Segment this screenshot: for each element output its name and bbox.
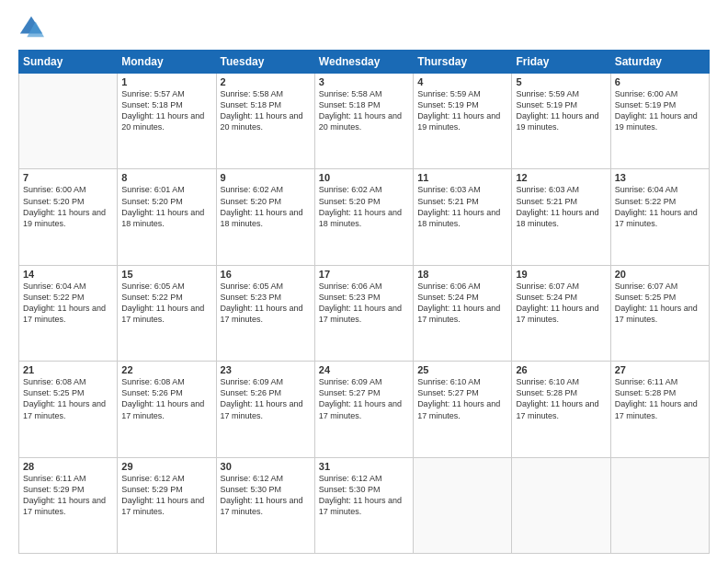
cell-info: Sunrise: 6:12 AM Sunset: 5:30 PM Dayligh… xyxy=(221,473,311,518)
calendar-week-row: 7Sunrise: 6:00 AM Sunset: 5:20 PM Daylig… xyxy=(19,169,710,265)
cell-info: Sunrise: 6:02 AM Sunset: 5:20 PM Dayligh… xyxy=(221,184,311,229)
day-number: 21 xyxy=(23,364,113,375)
calendar-cell: 31Sunrise: 6:12 AM Sunset: 5:30 PM Dayli… xyxy=(314,457,413,553)
cell-info: Sunrise: 6:05 AM Sunset: 5:22 PM Dayligh… xyxy=(121,281,211,326)
calendar-cell: 8Sunrise: 6:01 AM Sunset: 5:20 PM Daylig… xyxy=(118,169,216,265)
calendar-week-row: 28Sunrise: 6:11 AM Sunset: 5:29 PM Dayli… xyxy=(19,457,710,553)
day-number: 19 xyxy=(516,269,606,280)
calendar-cell: 10Sunrise: 6:02 AM Sunset: 5:20 PM Dayli… xyxy=(314,169,413,265)
cell-info: Sunrise: 6:04 AM Sunset: 5:22 PM Dayligh… xyxy=(23,281,113,326)
calendar-cell: 6Sunrise: 6:00 AM Sunset: 5:19 PM Daylig… xyxy=(610,74,709,169)
calendar-cell: 3Sunrise: 5:58 AM Sunset: 5:18 PM Daylig… xyxy=(314,74,413,169)
cell-info: Sunrise: 6:02 AM Sunset: 5:20 PM Dayligh… xyxy=(319,184,409,229)
calendar-cell: 4Sunrise: 5:59 AM Sunset: 5:19 PM Daylig… xyxy=(414,74,512,169)
cell-info: Sunrise: 5:57 AM Sunset: 5:18 PM Dayligh… xyxy=(121,88,211,133)
cell-info: Sunrise: 6:06 AM Sunset: 5:24 PM Dayligh… xyxy=(417,281,507,326)
weekday-header: Thursday xyxy=(414,51,512,74)
cell-info: Sunrise: 6:06 AM Sunset: 5:23 PM Dayligh… xyxy=(319,281,409,326)
calendar-cell: 23Sunrise: 6:09 AM Sunset: 5:26 PM Dayli… xyxy=(216,362,314,457)
weekday-header: Tuesday xyxy=(216,51,314,74)
cell-info: Sunrise: 6:03 AM Sunset: 5:21 PM Dayligh… xyxy=(417,184,507,229)
cell-info: Sunrise: 6:08 AM Sunset: 5:25 PM Dayligh… xyxy=(23,376,113,421)
day-number: 3 xyxy=(319,76,409,87)
calendar-cell xyxy=(414,457,512,553)
day-number: 4 xyxy=(417,76,507,87)
cell-info: Sunrise: 6:12 AM Sunset: 5:30 PM Dayligh… xyxy=(319,473,409,518)
cell-info: Sunrise: 5:58 AM Sunset: 5:18 PM Dayligh… xyxy=(319,88,409,133)
calendar-cell: 21Sunrise: 6:08 AM Sunset: 5:25 PM Dayli… xyxy=(19,362,118,457)
day-number: 7 xyxy=(23,172,113,183)
day-number: 23 xyxy=(221,364,311,375)
day-number: 10 xyxy=(319,172,409,183)
calendar-week-row: 21Sunrise: 6:08 AM Sunset: 5:25 PM Dayli… xyxy=(19,362,710,457)
calendar-cell: 20Sunrise: 6:07 AM Sunset: 5:25 PM Dayli… xyxy=(610,265,709,361)
weekday-header-row: SundayMondayTuesdayWednesdayThursdayFrid… xyxy=(19,51,710,74)
cell-info: Sunrise: 6:09 AM Sunset: 5:26 PM Dayligh… xyxy=(221,376,311,421)
calendar-cell: 24Sunrise: 6:09 AM Sunset: 5:27 PM Dayli… xyxy=(314,362,413,457)
calendar-cell: 29Sunrise: 6:12 AM Sunset: 5:29 PM Dayli… xyxy=(118,457,216,553)
calendar-cell xyxy=(512,457,610,553)
calendar-cell: 30Sunrise: 6:12 AM Sunset: 5:30 PM Dayli… xyxy=(216,457,314,553)
day-number: 15 xyxy=(121,269,211,280)
cell-info: Sunrise: 6:11 AM Sunset: 5:29 PM Dayligh… xyxy=(23,473,113,518)
calendar-cell xyxy=(610,457,709,553)
cell-info: Sunrise: 6:09 AM Sunset: 5:27 PM Dayligh… xyxy=(319,376,409,421)
header xyxy=(18,15,710,40)
day-number: 8 xyxy=(121,172,211,183)
cell-info: Sunrise: 6:08 AM Sunset: 5:26 PM Dayligh… xyxy=(121,376,211,421)
cell-info: Sunrise: 6:07 AM Sunset: 5:24 PM Dayligh… xyxy=(516,281,606,326)
logo-icon xyxy=(18,15,44,40)
day-number: 24 xyxy=(319,364,409,375)
calendar-cell: 11Sunrise: 6:03 AM Sunset: 5:21 PM Dayli… xyxy=(414,169,512,265)
day-number: 5 xyxy=(516,76,606,87)
calendar-cell: 18Sunrise: 6:06 AM Sunset: 5:24 PM Dayli… xyxy=(414,265,512,361)
calendar-cell: 13Sunrise: 6:04 AM Sunset: 5:22 PM Dayli… xyxy=(610,169,709,265)
day-number: 13 xyxy=(615,172,705,183)
calendar-table: SundayMondayTuesdayWednesdayThursdayFrid… xyxy=(18,50,710,554)
cell-info: Sunrise: 6:10 AM Sunset: 5:27 PM Dayligh… xyxy=(417,376,507,421)
day-number: 9 xyxy=(221,172,311,183)
calendar-cell: 26Sunrise: 6:10 AM Sunset: 5:28 PM Dayli… xyxy=(512,362,610,457)
calendar-cell: 28Sunrise: 6:11 AM Sunset: 5:29 PM Dayli… xyxy=(19,457,118,553)
cell-info: Sunrise: 6:10 AM Sunset: 5:28 PM Dayligh… xyxy=(516,376,606,421)
day-number: 6 xyxy=(615,76,705,87)
day-number: 18 xyxy=(417,269,507,280)
page: SundayMondayTuesdayWednesdayThursdayFrid… xyxy=(0,0,728,563)
day-number: 27 xyxy=(615,364,705,375)
day-number: 12 xyxy=(516,172,606,183)
cell-info: Sunrise: 5:59 AM Sunset: 5:19 PM Dayligh… xyxy=(417,88,507,133)
day-number: 17 xyxy=(319,269,409,280)
cell-info: Sunrise: 6:01 AM Sunset: 5:20 PM Dayligh… xyxy=(121,184,211,229)
cell-info: Sunrise: 6:00 AM Sunset: 5:19 PM Dayligh… xyxy=(615,88,705,133)
calendar-cell: 5Sunrise: 5:59 AM Sunset: 5:19 PM Daylig… xyxy=(512,74,610,169)
calendar-cell: 7Sunrise: 6:00 AM Sunset: 5:20 PM Daylig… xyxy=(19,169,118,265)
day-number: 2 xyxy=(221,76,311,87)
day-number: 31 xyxy=(319,461,409,472)
calendar-cell: 25Sunrise: 6:10 AM Sunset: 5:27 PM Dayli… xyxy=(414,362,512,457)
calendar-week-row: 1Sunrise: 5:57 AM Sunset: 5:18 PM Daylig… xyxy=(19,74,710,169)
calendar-cell: 16Sunrise: 6:05 AM Sunset: 5:23 PM Dayli… xyxy=(216,265,314,361)
calendar-cell: 12Sunrise: 6:03 AM Sunset: 5:21 PM Dayli… xyxy=(512,169,610,265)
weekday-header: Wednesday xyxy=(314,51,413,74)
calendar-cell: 15Sunrise: 6:05 AM Sunset: 5:22 PM Dayli… xyxy=(118,265,216,361)
day-number: 20 xyxy=(615,269,705,280)
calendar-cell: 2Sunrise: 5:58 AM Sunset: 5:18 PM Daylig… xyxy=(216,74,314,169)
calendar-cell: 9Sunrise: 6:02 AM Sunset: 5:20 PM Daylig… xyxy=(216,169,314,265)
weekday-header: Monday xyxy=(118,51,216,74)
day-number: 22 xyxy=(121,364,211,375)
calendar-week-row: 14Sunrise: 6:04 AM Sunset: 5:22 PM Dayli… xyxy=(19,265,710,361)
day-number: 25 xyxy=(417,364,507,375)
calendar-cell: 17Sunrise: 6:06 AM Sunset: 5:23 PM Dayli… xyxy=(314,265,413,361)
day-number: 26 xyxy=(516,364,606,375)
cell-info: Sunrise: 6:04 AM Sunset: 5:22 PM Dayligh… xyxy=(615,184,705,229)
day-number: 11 xyxy=(417,172,507,183)
calendar-cell: 14Sunrise: 6:04 AM Sunset: 5:22 PM Dayli… xyxy=(19,265,118,361)
calendar-cell: 27Sunrise: 6:11 AM Sunset: 5:28 PM Dayli… xyxy=(610,362,709,457)
cell-info: Sunrise: 6:05 AM Sunset: 5:23 PM Dayligh… xyxy=(221,281,311,326)
day-number: 16 xyxy=(221,269,311,280)
cell-info: Sunrise: 6:00 AM Sunset: 5:20 PM Dayligh… xyxy=(23,184,113,229)
day-number: 1 xyxy=(121,76,211,87)
calendar-cell: 22Sunrise: 6:08 AM Sunset: 5:26 PM Dayli… xyxy=(118,362,216,457)
cell-info: Sunrise: 6:11 AM Sunset: 5:28 PM Dayligh… xyxy=(615,376,705,421)
calendar-cell: 1Sunrise: 5:57 AM Sunset: 5:18 PM Daylig… xyxy=(118,74,216,169)
